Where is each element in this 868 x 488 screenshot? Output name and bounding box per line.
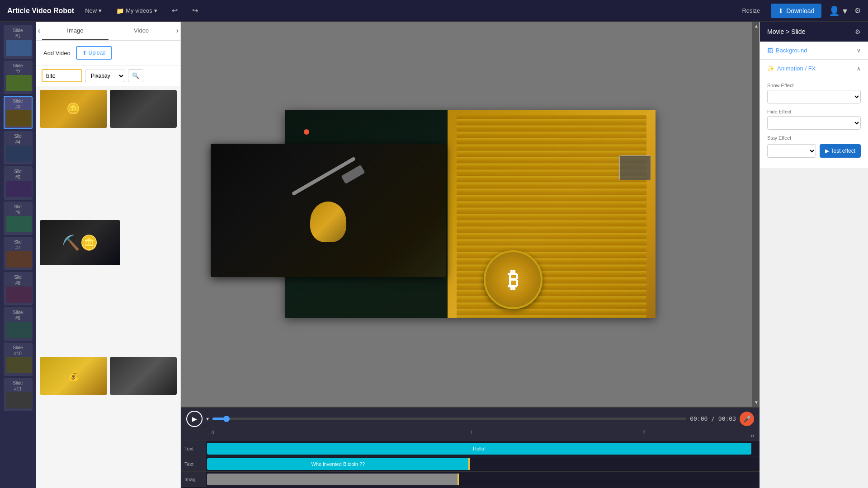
right-panel-header: Movie > Slide ⚙	[760, 22, 868, 42]
tab-video[interactable]: Video	[108, 22, 175, 40]
search-button[interactable]: 🔍	[128, 69, 143, 82]
media-thumb-2[interactable]	[110, 90, 177, 128]
stay-effect-label: Stay Effect	[767, 135, 861, 141]
record-indicator	[304, 129, 309, 135]
show-effect-label: Show Effect	[767, 83, 861, 88]
track-content-1[interactable]: Hello!	[206, 441, 752, 456]
my-videos-button[interactable]: 📁 My videos ▾	[113, 5, 161, 16]
media-thumb-5[interactable]	[110, 357, 177, 395]
hide-effect-select[interactable]: Fade Out Slide Left Slide Right Zoom Out	[767, 116, 861, 130]
media-prev-button[interactable]: ‹	[36, 25, 42, 37]
stay-effect-select[interactable]: Pulse Bounce Shake Zoom	[767, 144, 816, 158]
timeline-ruler: 0 1 2 ‹ ›	[181, 430, 760, 441]
breadcrumb: Movie > Slide	[767, 28, 805, 35]
slide-thumb-4[interactable]: Slid #4	[4, 131, 33, 164]
canvas-wrapper: ₿ Hello!	[181, 22, 760, 407]
tab-image[interactable]: Image	[42, 22, 108, 40]
animation-section-content: Show Effect Fade In Slide Left Slide Rig…	[760, 77, 868, 169]
background-section: 🖼 Background ∨	[760, 42, 868, 60]
animation-chevron: ∧	[857, 66, 861, 72]
background-section-title: 🖼 Background	[767, 47, 807, 54]
stay-effect-row: Stay Effect Pulse Bounce Shake Zoom ▶ Te…	[767, 135, 861, 158]
search-input[interactable]	[42, 69, 82, 82]
animation-section-header[interactable]: ✨ Animation / FX ∧	[760, 60, 868, 77]
test-effect-button[interactable]: ▶ Test effect	[820, 144, 861, 158]
settings-button[interactable]: ⚙	[854, 6, 861, 15]
slide-thumb-6[interactable]: Slid #6	[4, 202, 33, 235]
media-grid: 🪙 ⛏️🪙 💰	[36, 86, 180, 488]
track-bar-img[interactable]	[207, 474, 458, 485]
show-effect-select[interactable]: Fade In Slide Left Slide Right Zoom In	[767, 90, 861, 103]
track-text-2: Text Who invented Bitcoin ??	[181, 456, 760, 472]
app-logo: Article Video Robot	[7, 7, 74, 15]
download-button[interactable]: ⬇ Download	[771, 4, 821, 18]
media-thumb-1[interactable]: 🪙	[40, 90, 107, 128]
media-thumb-4[interactable]: 💰	[40, 357, 107, 395]
background-chevron: ∨	[857, 47, 861, 54]
right-gear-icon: ⚙	[855, 28, 861, 35]
show-effect-row: Show Effect Fade In Slide Left Slide Rig…	[767, 83, 861, 103]
image-hover-popup[interactable]	[211, 144, 446, 277]
upload-button[interactable]: ⬆ Upload	[76, 46, 112, 60]
hide-effect-row: Hide Effect Fade Out Slide Left Slide Ri…	[767, 109, 861, 130]
track-label-1: Text	[181, 441, 206, 456]
upload-icon: ⬆	[82, 50, 87, 56]
track-content-img[interactable]	[206, 472, 752, 487]
slide-thumb-11[interactable]: Slide #11	[4, 378, 33, 411]
slide-thumb-2[interactable]: Slide #2	[4, 61, 33, 94]
background-icon: 🖼	[767, 47, 773, 54]
track-content-2[interactable]: Who invented Bitcoin ??	[206, 456, 752, 471]
source-select[interactable]: Pixabay Pexels Unsplash	[85, 70, 125, 82]
ruler-mark-0: 0	[212, 430, 214, 435]
media-next-button[interactable]: ›	[175, 25, 180, 37]
slide-thumb-1[interactable]: Slide #1	[4, 25, 33, 59]
timeline-area: ▶ ▾ 00:00 / 00:03 🎤 0 1 2	[181, 407, 760, 488]
speed-button[interactable]: ▾	[206, 416, 209, 422]
ruler-mark-2: 2	[643, 430, 646, 435]
play-button[interactable]: ▶	[186, 411, 203, 427]
canvas-area: ₿ Hello!	[181, 22, 760, 488]
animation-section: ✨ Animation / FX ∧ Show Effect Fade In S…	[760, 60, 868, 169]
canvas-scroll-down[interactable]: ▼	[752, 398, 760, 407]
background-section-header[interactable]: 🖼 Background ∨	[760, 42, 868, 59]
search-area: Pixabay Pexels Unsplash 🔍	[36, 66, 180, 86]
slide-thumb-3[interactable]: Slide #3	[4, 96, 33, 129]
timeline-scroll-right[interactable]: ›	[752, 432, 754, 439]
slide-thumb-10[interactable]: Slide #10	[4, 343, 33, 376]
topbar: Article Video Robot New ▾ 📁 My videos ▾ …	[0, 0, 868, 22]
user-menu-button[interactable]: 👤 ▾	[829, 5, 847, 16]
track-text-1: Text Hello!	[181, 441, 760, 456]
add-video-label: Add Video	[43, 50, 71, 56]
redo-button[interactable]: ↪	[189, 5, 202, 17]
track-bar-hello[interactable]: Hello!	[207, 443, 751, 455]
slides-panel: Slide #1 Slide #2 Slide #3 Slid #4 Slid …	[0, 22, 36, 488]
gear-icon: ⚙	[854, 7, 861, 14]
play-icon: ▶	[192, 415, 197, 422]
right-panel-gear[interactable]: ⚙	[855, 28, 861, 35]
slide-thumb-8[interactable]: Slid #8	[4, 272, 33, 305]
media-panel: ‹ Image Video › Add Video ⬆ Upload Pixab…	[36, 22, 181, 488]
timeline-controls: ▶ ▾ 00:00 / 00:03 🎤	[181, 408, 760, 430]
slide-thumb-9[interactable]: Slide #9	[4, 307, 33, 341]
resize-button[interactable]: Resize	[738, 5, 764, 16]
hide-effect-label: Hide Effect	[767, 109, 861, 114]
download-icon: ⬇	[778, 7, 783, 14]
mic-button[interactable]: 🎤	[740, 412, 754, 426]
mic-icon: 🎤	[743, 415, 751, 422]
slide-thumb-7[interactable]: Slid #7	[4, 237, 33, 270]
animation-section-title: ✨ Animation / FX	[767, 65, 816, 72]
animation-icon: ✨	[767, 65, 774, 72]
undo-button[interactable]: ↩	[168, 5, 181, 17]
media-thumb-3[interactable]: ⛏️🪙	[40, 220, 120, 265]
track-bar-bitcoin[interactable]: Who invented Bitcoin ??	[207, 458, 469, 470]
canvas-scroll-up[interactable]: ▲	[752, 22, 760, 30]
time-display: 00:00 / 00:03	[690, 415, 736, 422]
slide-thumb-5[interactable]: Slid #5	[4, 166, 33, 200]
timeline-progress[interactable]	[212, 418, 686, 420]
timeline-tracks: Text Hello! Text	[181, 441, 760, 488]
right-panel: Movie > Slide ⚙ 🖼 Background ∨ ✨ Animati…	[760, 22, 868, 488]
track-image-1: Imag	[181, 472, 760, 487]
track-label-img: Imag	[181, 472, 206, 487]
new-button[interactable]: New ▾	[81, 5, 105, 16]
test-effect-icon: ▶	[825, 148, 829, 154]
